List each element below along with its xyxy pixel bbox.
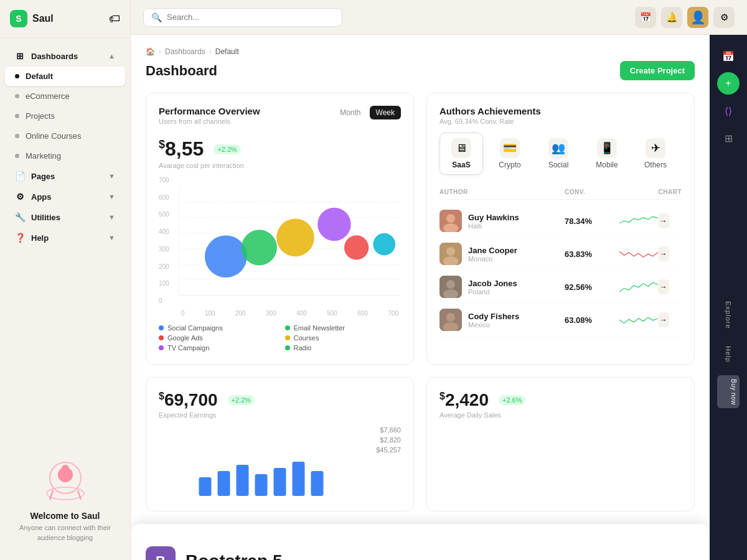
svg-point-24 bbox=[446, 247, 455, 256]
search-box[interactable]: 🔍 bbox=[143, 8, 342, 27]
mobile-label: Mobile bbox=[596, 161, 618, 169]
create-project-button[interactable]: Create Project bbox=[620, 61, 695, 80]
sidebar-item-label-marketing: Marketing bbox=[26, 151, 61, 161]
breadcrumb-sep2: › bbox=[209, 47, 212, 56]
main-wrapper: 🔍 📅 🔔 👤 ⚙ 🏠 › D bbox=[131, 0, 747, 560]
conv-rate-jacob: 92.56% bbox=[565, 282, 614, 292]
svg-rect-37 bbox=[293, 462, 305, 496]
tab-mobile[interactable]: 📱 Mobile bbox=[585, 133, 629, 175]
sidebar-logo: S Saul 🏷 bbox=[0, 0, 130, 38]
sidebar-item-online-courses[interactable]: Online Courses bbox=[5, 126, 125, 146]
y-axis-labels: 700 600 500 400 300 200 100 0 bbox=[159, 177, 169, 304]
earnings-amount3: $45,257 bbox=[159, 446, 401, 454]
sidebar-group-help[interactable]: ❓ Help ▼ bbox=[5, 228, 125, 248]
sparkline-guy bbox=[619, 212, 658, 230]
amount-1: $7,660 bbox=[380, 426, 401, 434]
y-label-500: 500 bbox=[159, 211, 169, 218]
nav-dot bbox=[15, 134, 19, 138]
tab-others[interactable]: ✈ Others bbox=[634, 133, 677, 175]
buy-now-button[interactable]: Buy now bbox=[717, 375, 740, 409]
bar-chart-svg bbox=[159, 459, 401, 496]
bootstrap-icon: B bbox=[146, 546, 176, 560]
breadcrumb-dashboards[interactable]: Dashboards bbox=[165, 47, 205, 56]
x-axis-labels: 0 100 200 300 400 500 600 700 bbox=[179, 310, 401, 317]
view-btn-jacob[interactable]: → bbox=[658, 279, 669, 294]
earnings-value: $69,700 bbox=[159, 390, 218, 410]
logo-badge: 🏷 bbox=[109, 12, 120, 26]
breadcrumb: 🏠 › Dashboards › Default bbox=[146, 47, 695, 56]
grid-panel-icon[interactable]: ⊞ bbox=[717, 127, 740, 149]
author-row-cody: Cody Fishers Mexico 63.08% → bbox=[439, 304, 682, 337]
settings-icon-btn[interactable]: ⚙ bbox=[713, 7, 735, 28]
sidebar-illustration bbox=[34, 456, 96, 506]
page-header: Dashboard Create Project bbox=[146, 61, 695, 80]
avatar-cody bbox=[439, 309, 462, 331]
sidebar-group-dashboards[interactable]: ⊞ Dashboards ▲ bbox=[5, 46, 125, 66]
sidebar-group-pages[interactable]: 📄 Pages ▼ bbox=[5, 166, 125, 186]
saas-label: SaaS bbox=[452, 161, 470, 169]
sidebar-item-default[interactable]: Default bbox=[5, 67, 125, 86]
amount-2: $2,820 bbox=[380, 436, 401, 444]
view-btn-guy[interactable]: → bbox=[658, 213, 669, 228]
avatar[interactable]: 👤 bbox=[687, 7, 708, 28]
sidebar-item-label-ecommerce: eCommerce bbox=[26, 91, 70, 101]
dashboards-icon: ⊞ bbox=[15, 51, 25, 61]
daily-sales-value-row: $2,420 +2.6% bbox=[439, 390, 682, 410]
sparkline-jacob bbox=[619, 278, 658, 296]
sidebar-group-apps[interactable]: ⚙ Apps ▼ bbox=[5, 187, 125, 207]
author-info-cody: Cody Fishers Mexico bbox=[439, 309, 560, 331]
authors-table-header: AUTHOR CONV. CHART bbox=[439, 185, 682, 200]
avatar-placeholder: 👤 bbox=[690, 10, 706, 25]
svg-rect-35 bbox=[255, 474, 268, 496]
authors-subtitle: Avg. 69.34% Conv. Rate bbox=[439, 118, 682, 125]
sparkline-jane bbox=[619, 245, 658, 263]
view-btn-jane[interactable]: → bbox=[658, 246, 669, 261]
chart-col-guy: → bbox=[619, 212, 669, 230]
legend-label-radio: Radio bbox=[294, 344, 312, 352]
sidebar-item-projects[interactable]: Projects bbox=[5, 106, 125, 126]
legend-dot-google bbox=[159, 335, 164, 340]
author-country-jacob: Poland bbox=[468, 288, 517, 296]
sidebar-group-utilities[interactable]: 🔧 Utilities ▼ bbox=[5, 207, 125, 227]
active-dot bbox=[15, 74, 19, 78]
search-input[interactable] bbox=[167, 12, 334, 22]
author-name-guy: Guy Hawkins bbox=[468, 213, 519, 222]
chevron-down-icon: ▲ bbox=[108, 52, 115, 60]
avatar-guy bbox=[439, 210, 462, 232]
tab-social[interactable]: 👥 Social bbox=[537, 133, 580, 175]
plus-panel-icon[interactable]: + bbox=[717, 72, 740, 95]
legend-label-tv: TV Campaign bbox=[167, 344, 209, 352]
perf-subtitle: Users from all channels bbox=[159, 118, 260, 125]
sidebar-item-ecommerce[interactable]: eCommerce bbox=[5, 86, 125, 106]
social-label: Social bbox=[548, 161, 569, 169]
sidebar-item-label-default: Default bbox=[26, 72, 53, 81]
svg-rect-36 bbox=[274, 468, 286, 496]
mobile-icon: 📱 bbox=[597, 138, 617, 158]
sidebar-item-marketing[interactable]: Marketing bbox=[5, 146, 125, 166]
week-button[interactable]: Week bbox=[370, 106, 401, 119]
tab-crypto[interactable]: 💳 Crypto bbox=[488, 133, 532, 175]
svg-point-16 bbox=[276, 219, 314, 257]
legend-dot-courses bbox=[285, 335, 290, 340]
earnings-amounts: $7,660 bbox=[159, 426, 401, 434]
calendar-icon-btn[interactable]: 📅 bbox=[635, 7, 656, 28]
avatar-jacob bbox=[439, 276, 462, 298]
calendar-panel-icon[interactable]: 📅 bbox=[717, 45, 740, 67]
legend-tv-campaign: TV Campaign bbox=[159, 344, 275, 352]
author-row-jacob: Jacob Jones Poland 92.56% → bbox=[439, 271, 682, 304]
code-panel-icon[interactable]: ⟨⟩ bbox=[717, 100, 740, 122]
notification-icon-btn[interactable]: 🔔 bbox=[661, 7, 682, 28]
view-btn-cody[interactable]: → bbox=[658, 312, 669, 327]
month-button[interactable]: Month bbox=[334, 106, 367, 119]
svg-rect-34 bbox=[237, 465, 249, 496]
bubble-chart-svg bbox=[179, 177, 401, 307]
legend-dot-social bbox=[159, 325, 164, 330]
dashboard-grid: Performance Overview Users from all chan… bbox=[146, 93, 695, 365]
stats-row: $69,700 +2.2% Expected Earnings $7,660 bbox=[146, 377, 695, 511]
bell-icon: 🔔 bbox=[666, 12, 678, 23]
help-label[interactable]: Help bbox=[725, 341, 732, 368]
tab-saas[interactable]: 🖥 SaaS bbox=[439, 133, 483, 175]
nav-dot bbox=[15, 154, 19, 158]
x-label-700: 700 bbox=[388, 310, 398, 317]
explore-label[interactable]: Explore bbox=[725, 296, 732, 334]
